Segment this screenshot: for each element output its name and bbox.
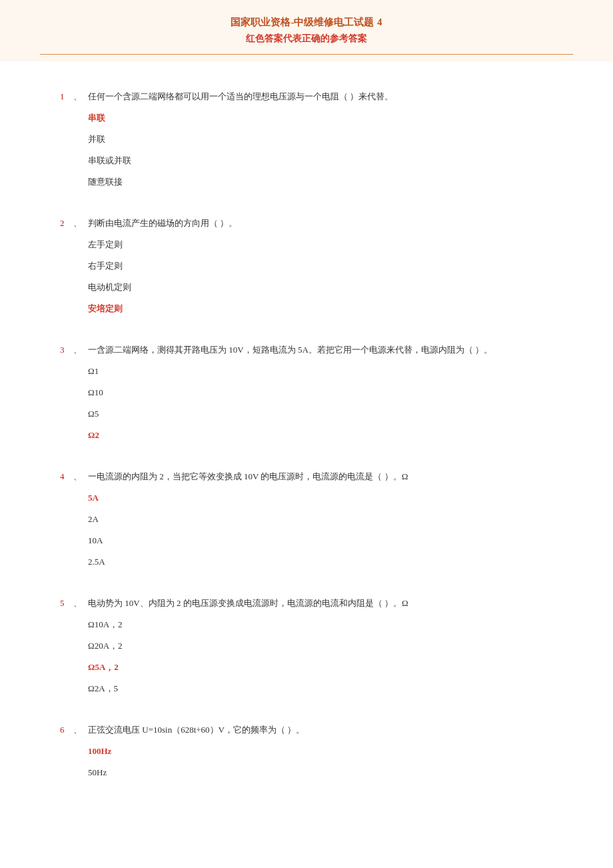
option: Ω10A，2 (88, 616, 553, 633)
option: Ω10 (88, 384, 553, 401)
option: 随意联接 (88, 173, 553, 191)
question-text: 一电流源的内阻为 2，当把它等效变换成 10V 的电压源时，电流源的电流是（ ）… (88, 468, 408, 485)
options-list: Ω10A，2Ω20A，2Ω5A，2Ω2A，5 (60, 616, 553, 697)
question-separator: 、 (73, 88, 88, 105)
question: 1、任何一个含源二端网络都可以用一个适当的理想电压源与一个电阻（ ）来代替。串联… (60, 88, 553, 191)
option: 2A (88, 511, 553, 528)
options-list: 串联并联串联或并联随意联接 (60, 109, 553, 191)
option: 2.5A (88, 553, 553, 571)
question-separator: 、 (73, 468, 88, 485)
question: 4、一电流源的内阻为 2，当把它等效变换成 10V 的电压源时，电流源的电流是（… (60, 468, 553, 571)
question-row: 1、任何一个含源二端网络都可以用一个适当的理想电压源与一个电阻（ ）来代替。 (60, 88, 553, 105)
question-row: 2、判断由电流产生的磁场的方向用（ ）。 (60, 215, 553, 232)
question-text: 任何一个含源二端网络都可以用一个适当的理想电压源与一个电阻（ ）来代替。 (88, 88, 393, 105)
option-correct: 安培定则 (88, 300, 553, 317)
question: 6、正弦交流电压 U=10sin（628t+60）V，它的频率为（ ）。100H… (60, 721, 553, 781)
question-row: 6、正弦交流电压 U=10sin（628t+60）V，它的频率为（ ）。 (60, 721, 553, 739)
question-number: 3 (60, 341, 73, 359)
question-row: 3、一含源二端网络，测得其开路电压为 10V，短路电流为 5A。若把它用一个电源… (60, 341, 553, 359)
question-separator: 、 (73, 215, 88, 232)
document-header: 国家职业资格-中级维修电工试题 4 红色答案代表正确的参考答案 (0, 0, 613, 61)
question-row: 5、电动势为 10V、内阻为 2 的电压源变换成电流源时，电流源的电流和内阻是（… (60, 595, 553, 612)
document-subtitle: 红色答案代表正确的参考答案 (40, 33, 573, 45)
questions-container: 1、任何一个含源二端网络都可以用一个适当的理想电压源与一个电阻（ ）来代替。串联… (0, 61, 613, 819)
option-correct: 5A (88, 489, 553, 507)
option: 左手定则 (88, 236, 553, 253)
question-separator: 、 (73, 595, 88, 612)
option: Ω20A，2 (88, 637, 553, 655)
option: 右手定则 (88, 257, 553, 275)
option: Ω1 (88, 363, 553, 380)
question-number: 5 (60, 595, 73, 612)
question-number: 2 (60, 215, 73, 232)
question-row: 4、一电流源的内阻为 2，当把它等效变换成 10V 的电压源时，电流源的电流是（… (60, 468, 553, 485)
question-number: 6 (60, 721, 73, 739)
question: 2、判断由电流产生的磁场的方向用（ ）。左手定则右手定则电动机定则安培定则 (60, 215, 553, 317)
option: Ω5 (88, 405, 553, 423)
options-list: 左手定则右手定则电动机定则安培定则 (60, 236, 553, 317)
question-separator: 、 (73, 341, 88, 359)
question-text: 一含源二端网络，测得其开路电压为 10V，短路电流为 5A。若把它用一个电源来代… (88, 341, 492, 359)
options-list: 100Hz50Hz (60, 743, 553, 781)
option-correct: Ω5A，2 (88, 659, 553, 676)
option-correct: Ω2 (88, 427, 553, 444)
question-text: 判断由电流产生的磁场的方向用（ ）。 (88, 215, 237, 232)
question: 5、电动势为 10V、内阻为 2 的电压源变换成电流源时，电流源的电流和内阻是（… (60, 595, 553, 697)
options-list: 5A2A10A2.5A (60, 489, 553, 571)
option: Ω2A，5 (88, 680, 553, 697)
question-number: 4 (60, 468, 73, 485)
option: 10A (88, 532, 553, 549)
question-number: 1 (60, 88, 73, 105)
question-separator: 、 (73, 721, 88, 739)
header-divider (40, 54, 573, 55)
option: 串联或并联 (88, 152, 553, 169)
document-title: 国家职业资格-中级维修电工试题 4 (40, 16, 573, 29)
option-correct: 串联 (88, 109, 553, 127)
question-text: 电动势为 10V、内阻为 2 的电压源变换成电流源时，电流源的电流和内阻是（ ）… (88, 595, 408, 612)
option: 并联 (88, 131, 553, 148)
option: 50Hz (88, 764, 553, 781)
question-text: 正弦交流电压 U=10sin（628t+60）V，它的频率为（ ）。 (88, 721, 305, 739)
options-list: Ω1Ω10Ω5Ω2 (60, 363, 553, 444)
option: 电动机定则 (88, 279, 553, 296)
question: 3、一含源二端网络，测得其开路电压为 10V，短路电流为 5A。若把它用一个电源… (60, 341, 553, 444)
option-correct: 100Hz (88, 743, 553, 760)
